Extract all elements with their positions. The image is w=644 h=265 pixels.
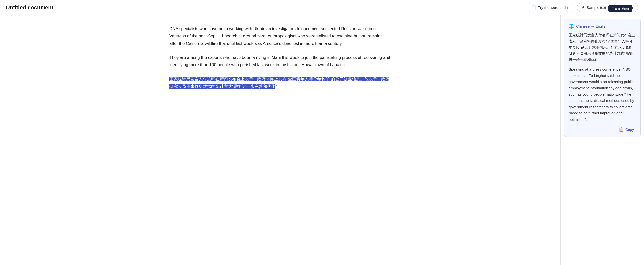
globe-icon: 🌐 xyxy=(569,23,574,29)
clear-label: Clear xyxy=(624,6,634,10)
source-text: 国家统计局发言人付凌晖在新闻发布会上表示，政府将停止发布“全国青年人等分年龄段”… xyxy=(569,32,636,63)
sample-text-button[interactable]: ★ Sample text xyxy=(577,3,611,12)
copy-icon: 📋 xyxy=(619,127,624,132)
sample-text-label: Sample text xyxy=(587,6,606,10)
paragraph-2: They are among the experts who have been… xyxy=(170,54,391,69)
sample-text-icon: ★ xyxy=(582,5,585,10)
word-addin-button[interactable]: 📄 Try the word add-in xyxy=(527,3,574,12)
document-title: Untitled document xyxy=(6,5,53,11)
toolbar: 📄 Try the word add-in ★ Sample text 🚀 Cl… xyxy=(527,3,638,12)
document-area: DNA specialists who have been working wi… xyxy=(0,15,560,265)
translation-panel: 🌐 Chinese → English 国家统计局发言人付凌晖在新闻发布会上表示… xyxy=(564,19,640,137)
clear-button[interactable]: 🚀 Clear xyxy=(613,3,638,12)
word-addin-label: Try the word add-in xyxy=(538,6,570,10)
clear-icon: 🚀 xyxy=(618,5,623,10)
copy-row: 📋 Copy xyxy=(569,126,636,133)
header-actions: 📄 Try the word add-in ★ Sample text 🚀 Cl… xyxy=(527,3,638,12)
word-addin-icon: 📄 xyxy=(532,5,536,10)
main-layout: DNA specialists who have been working wi… xyxy=(0,15,644,265)
app-header: Untitled document 📄 Try the word add-in … xyxy=(0,0,644,15)
copy-label: Copy xyxy=(625,127,634,132)
language-direction-row: 🌐 Chinese → English xyxy=(569,23,636,29)
document-content: DNA specialists who have been working wi… xyxy=(170,25,391,90)
translation-sidebar: 🌐 Chinese → English 国家统计局发言人付凌晖在新闻发布会上表示… xyxy=(560,15,644,265)
language-direction-label: Chinese → English xyxy=(576,24,608,28)
copy-button[interactable]: 📋 Copy xyxy=(617,126,636,133)
translated-text: Speaking at a press conference, NSO spok… xyxy=(569,66,636,123)
paragraph-3-suffix: ” xyxy=(276,84,277,89)
highlighted-chinese-text[interactable]: 国家统计局发言人付凌晖在新闻发布会上表示，政府将停止发布“全国青年人等分年龄段”… xyxy=(170,77,390,89)
paragraph-3: 国家统计局发言人付凌晖在新闻发布会上表示，政府将停止发布“全国青年人等分年龄段”… xyxy=(170,76,391,90)
paragraph-1: DNA specialists who have been working wi… xyxy=(170,25,391,47)
